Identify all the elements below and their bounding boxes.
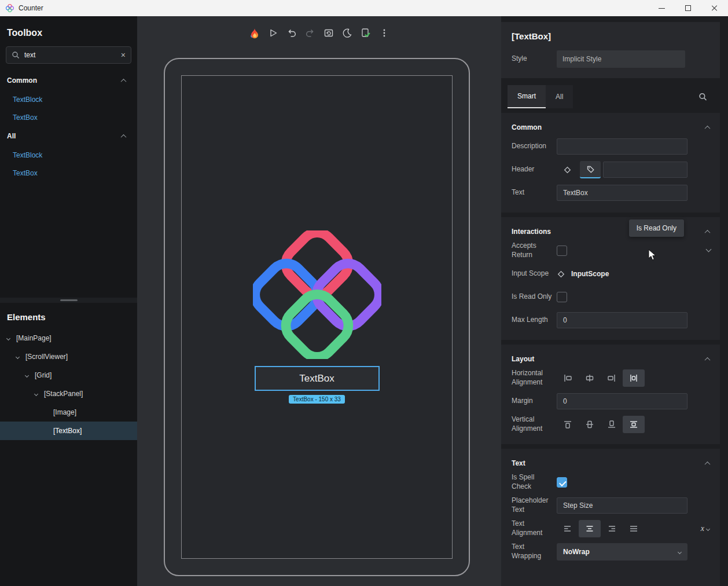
design-canvas: TextBox TextBox - 150 x 33 [137,16,501,586]
theme-toggle-button[interactable] [340,25,355,41]
tab-all[interactable]: All [546,85,573,108]
style-input[interactable] [557,50,685,68]
more-options-button[interactable] [377,25,392,41]
horizontal-alignment-group [557,369,645,387]
changes-check-icon [361,28,371,38]
toolbox-search-input[interactable] [24,51,116,59]
clear-search-icon[interactable]: × [121,51,126,59]
close-icon [711,5,718,12]
device-screen: TextBox TextBox - 150 x 33 [181,75,453,559]
theme-toggle-icon [342,28,352,38]
placeholder-text-input[interactable] [557,497,687,514]
minimize-button[interactable] [648,0,675,16]
app-logo-image[interactable] [253,230,381,359]
is-read-only-tooltip: Is Read Only [629,219,684,237]
section-title: Text [512,459,525,467]
v-align-center-button[interactable] [579,416,601,433]
toolbox-item-textbox[interactable]: TextBox [0,164,137,182]
text-wrapping-select[interactable]: NoWrap [557,543,687,561]
text-align-left-button[interactable] [557,520,579,537]
h-align-right-button[interactable] [601,369,623,387]
chevron-down-icon[interactable] [15,354,19,358]
h-align-stretch-button[interactable] [623,369,645,387]
property-row-text: Text [512,181,709,204]
selected-textbox[interactable]: TextBox [255,366,380,391]
minimize-icon [659,8,665,9]
elements-panel: Elements [MainPage] [ScrollViewer] [Grid… [0,298,137,440]
play-button[interactable] [266,25,281,41]
chevron-down-icon[interactable] [24,373,28,377]
section-interactions: Is Read Only Interactions Accepts Return… [501,217,720,340]
more-options-icon [379,28,389,38]
undo-button[interactable] [284,25,299,41]
play-icon [268,28,278,38]
property-row-header: Header [512,158,709,181]
text-align-center-icon [585,524,594,533]
accepts-return-checkbox[interactable] [557,246,567,256]
close-button[interactable] [701,0,728,16]
chevron-down-icon[interactable] [34,391,38,395]
is-spell-check-checkbox[interactable] [557,477,567,488]
section-text: Text Is Spell Check Placeholder Text Tex… [501,449,720,586]
max-length-input[interactable] [557,312,687,328]
h-align-center-button[interactable] [579,369,601,387]
tree-item-textbox[interactable]: [TextBox] [0,422,137,440]
canvas-toolbar [247,25,392,41]
header-input[interactable] [603,162,687,178]
redo-button[interactable] [303,25,318,41]
align-stretch-icon [629,420,638,429]
h-align-left-button[interactable] [557,369,579,387]
align-right-icon [607,373,616,383]
tab-smart[interactable]: Smart [508,85,546,108]
property-row-max-length: Max Length [512,309,709,332]
confirm-changes-button[interactable] [358,25,373,41]
more-properties-chevron-icon[interactable] [707,245,711,253]
tree-item-scrollviewer[interactable]: [ScrollViewer] [0,347,137,366]
toolbox-group-label: Common [7,76,37,85]
description-input[interactable] [557,138,687,155]
properties-search-icon[interactable] [698,93,707,101]
text-input[interactable] [557,185,687,201]
reload-view-icon [323,28,334,38]
toolbox-item-textblock[interactable]: TextBlock [0,90,137,108]
chevron-down-icon[interactable] [6,336,10,340]
section-title: Interactions [512,228,551,236]
tree-item-stackpanel[interactable]: [StackPanel] [0,384,137,403]
toolbox-group-common[interactable]: Common [0,71,137,90]
input-scope-value[interactable]: InputScope [571,270,609,278]
v-align-stretch-button[interactable] [623,416,645,433]
tree-item-mainpage[interactable]: [MainPage] [0,329,137,347]
toolbox-item-textbox[interactable]: TextBox [0,108,137,126]
align-left-icon [563,373,572,383]
chevron-up-icon[interactable] [705,357,711,362]
search-icon [12,51,20,59]
section-common: Common Description Header [501,113,720,213]
chevron-up-icon[interactable] [705,125,711,131]
tree-item-image[interactable]: [Image] [0,403,137,422]
inspector-header: [TextBox] Style [501,22,720,78]
panel-splitter[interactable] [0,298,137,303]
align-stretch-icon [629,373,638,383]
toolbox-group-all[interactable]: All [0,126,137,146]
hot-reload-button[interactable] [247,25,262,41]
tree-item-grid[interactable]: [Grid] [0,366,137,384]
toolbox-item-textblock[interactable]: TextBlock [0,146,137,164]
text-align-justify-button[interactable] [623,520,645,537]
section-title: Layout [512,355,534,363]
is-read-only-checkbox[interactable] [557,292,567,302]
text-casing-dropdown[interactable]: x [701,524,709,533]
maximize-button[interactable] [675,0,701,16]
reload-view-button[interactable] [321,25,336,41]
header-binding-button[interactable] [557,161,578,178]
v-align-top-button[interactable] [557,416,579,433]
property-row-text-alignment: Text Alignment [512,517,709,540]
chevron-up-icon[interactable] [705,461,711,467]
margin-input[interactable] [557,393,687,409]
chevron-up-icon[interactable] [705,229,711,235]
binding-icon [557,270,565,279]
header-literal-button[interactable] [580,161,601,178]
text-align-right-button[interactable] [601,520,623,537]
text-align-center-button[interactable] [579,520,601,537]
text-align-right-icon [607,524,616,533]
v-align-bottom-button[interactable] [601,416,623,433]
